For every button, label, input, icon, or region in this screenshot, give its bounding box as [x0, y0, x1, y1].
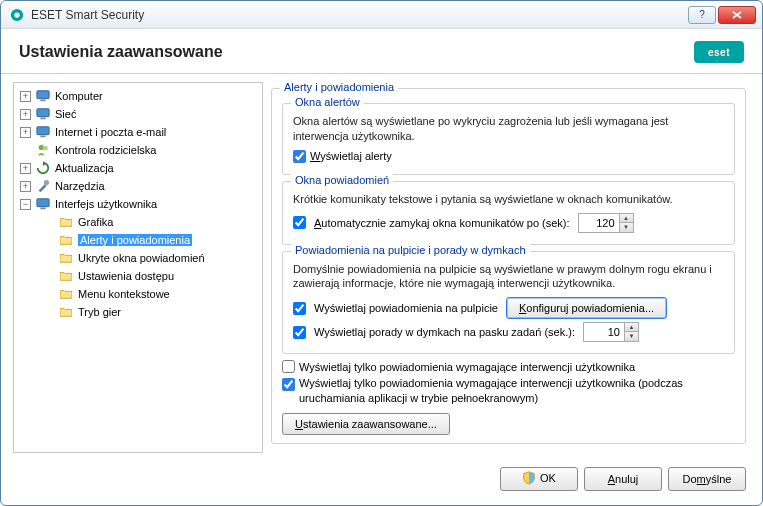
tree-item-kontrola[interactable]: Kontrola rodzicielska: [16, 141, 260, 159]
group-title: Okna alertów: [291, 96, 364, 108]
expand-icon[interactable]: +: [20, 91, 31, 102]
spinner-balloon-seconds[interactable]: ▲▼: [583, 322, 639, 342]
checkbox-powiadomienia-pulpit[interactable]: [293, 302, 306, 315]
default-button[interactable]: Domyślne: [668, 467, 746, 491]
svg-rect-5: [40, 118, 45, 120]
tree-item-interfejs[interactable]: − Interfejs użytkownika: [16, 195, 260, 213]
expand-icon[interactable]: +: [20, 163, 31, 174]
tree-item-siec[interactable]: + Sieć: [16, 105, 260, 123]
checkbox-label: Wyświetlaj alerty: [310, 150, 392, 162]
checkbox-tylko-interwencja[interactable]: [282, 360, 295, 373]
tree-item-internet[interactable]: + Internet i poczta e-mail: [16, 123, 260, 141]
svg-point-1: [14, 12, 19, 17]
folder-icon: [58, 286, 74, 302]
svg-rect-3: [40, 100, 45, 102]
monitor-icon: [35, 106, 51, 122]
cancel-button[interactable]: Anuluj: [584, 467, 662, 491]
svg-rect-12: [40, 208, 45, 210]
svg-point-9: [43, 146, 47, 150]
expand-icon[interactable]: +: [20, 127, 31, 138]
svg-rect-2: [37, 91, 49, 99]
tree-item-narzedzia[interactable]: + Narzędzia: [16, 177, 260, 195]
group-alerty: Alerty i powiadomienia Okna alertów Okna…: [271, 88, 746, 444]
tree-item-komputer[interactable]: + Komputer: [16, 87, 260, 105]
spinner-up[interactable]: ▲: [619, 214, 633, 223]
expand-icon[interactable]: +: [20, 181, 31, 192]
tree-item-aktualizacja[interactable]: + Aktualizacja: [16, 159, 260, 177]
button-konfiguruj-powiadomienia[interactable]: Konfiguruj powiadomienia...: [506, 297, 667, 319]
folder-icon: [58, 304, 74, 320]
description-text: Okna alertów są wyświetlane po wykryciu …: [293, 114, 724, 144]
titlebar-text: ESET Smart Security: [31, 8, 688, 22]
checkbox-label: Wyświetlaj tylko powiadomienia wymagając…: [299, 361, 635, 373]
checkbox-label: Automatycznie zamykaj okna komunikatów p…: [314, 217, 570, 229]
expand-icon[interactable]: +: [20, 109, 31, 120]
spinner-auto-close-seconds[interactable]: ▲▼: [578, 213, 634, 233]
monitor-icon: [35, 124, 51, 140]
checkbox-wyswietlaj-alerty[interactable]: [293, 150, 306, 163]
eset-logo: eset: [694, 41, 744, 63]
spinner-down[interactable]: ▼: [619, 223, 633, 232]
group-title: Powiadomienia na pulpicie i porady w dym…: [291, 244, 530, 256]
ok-button[interactable]: OK: [500, 467, 578, 491]
checkbox-label: Wyświetlaj porady w dymkach na pasku zad…: [314, 326, 575, 338]
svg-point-8: [39, 145, 44, 150]
group-title: Okna powiadomień: [291, 174, 393, 186]
people-icon: [35, 142, 51, 158]
group-okna-powiadomien: Okna powiadomień Krótkie komunikaty teks…: [282, 181, 735, 245]
spinner-up[interactable]: ▲: [624, 323, 638, 332]
titlebar: ESET Smart Security ?: [1, 1, 762, 29]
tree-item-ustawienia-dostepu[interactable]: Ustawienia dostępu: [16, 267, 260, 285]
monitor-icon: [35, 88, 51, 104]
spinner-input[interactable]: [579, 217, 619, 229]
folder-icon: [58, 232, 74, 248]
svg-rect-11: [37, 199, 49, 207]
group-title: Alerty i powiadomienia: [280, 82, 398, 93]
tree-item-menu-kontekstowe[interactable]: Menu kontekstowe: [16, 285, 260, 303]
page-title: Ustawienia zaawansowane: [19, 43, 694, 61]
tree-item-grafika[interactable]: Grafika: [16, 213, 260, 231]
description-text: Krótkie komunikaty tekstowe i pytania są…: [293, 192, 724, 207]
svg-rect-7: [40, 136, 45, 138]
spinner-down[interactable]: ▼: [624, 332, 638, 341]
checkbox-tylko-interwencja-fullscreen[interactable]: [282, 378, 295, 391]
folder-icon: [58, 268, 74, 284]
header: Ustawienia zaawansowane eset: [1, 29, 762, 74]
settings-tree[interactable]: + Komputer + Sieć + Internet i poczta e-…: [13, 82, 263, 453]
app-icon: [9, 7, 25, 23]
folder-icon: [58, 214, 74, 230]
description-text: Domyślnie powiadomienia na pulpicie są w…: [293, 262, 724, 292]
checkbox-label: Wyświetlaj powiadomienia na pulpicie: [314, 302, 498, 314]
folder-icon: [58, 250, 74, 266]
monitor-icon: [35, 196, 51, 212]
close-button[interactable]: [718, 6, 756, 24]
footer: OK Anuluj Domyślne: [1, 457, 762, 505]
svg-point-10: [44, 180, 49, 185]
group-okna-alertow: Okna alertów Okna alertów są wyświetlane…: [282, 103, 735, 175]
group-pulpit-dymki: Powiadomienia na pulpicie i porady w dym…: [282, 251, 735, 355]
collapse-icon[interactable]: −: [20, 199, 31, 210]
svg-rect-4: [37, 109, 49, 117]
shield-icon: [522, 471, 536, 485]
tree-item-alerty[interactable]: Alerty i powiadomienia: [16, 231, 260, 249]
spinner-input[interactable]: [584, 326, 624, 338]
checkbox-auto-zamykaj[interactable]: [293, 216, 306, 229]
window: ESET Smart Security ? Ustawienia zaawans…: [0, 0, 763, 506]
refresh-icon: [35, 160, 51, 176]
checkbox-porady-dymki[interactable]: [293, 326, 306, 339]
button-ustawienia-zaawansowane[interactable]: Ustawienia zaawansowane...: [282, 413, 450, 435]
checkbox-label: Wyświetlaj tylko powiadomienia wymagając…: [299, 376, 735, 405]
tools-icon: [35, 178, 51, 194]
content-panel: Alerty i powiadomienia Okna alertów Okna…: [271, 82, 750, 453]
help-button[interactable]: ?: [688, 6, 716, 24]
tree-item-tryb-gier[interactable]: Tryb gier: [16, 303, 260, 321]
svg-rect-6: [37, 127, 49, 135]
tree-item-ukryte[interactable]: Ukryte okna powiadomień: [16, 249, 260, 267]
